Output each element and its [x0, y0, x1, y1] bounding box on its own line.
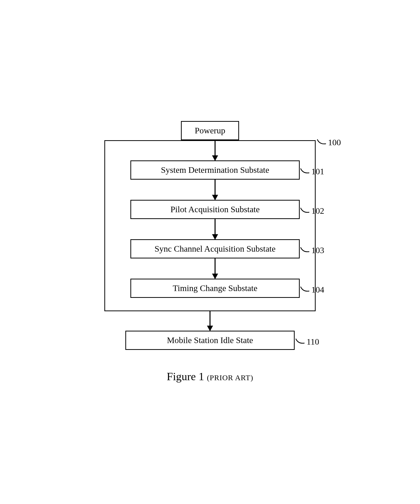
box-system-determination: System Determination Substate 101 — [130, 160, 300, 180]
label-110: 110 — [296, 337, 319, 346]
label-110-text: 110 — [307, 337, 319, 346]
label-104-text: 104 — [311, 285, 324, 294]
box-powerup: Powerup — [181, 121, 239, 140]
group-frame-100: System Determination Substate 101 Pilot … — [104, 140, 316, 311]
caption-note: (PRIOR ART) — [207, 373, 253, 382]
label-103: 103 — [300, 246, 324, 255]
arrow-5 — [209, 310, 211, 331]
box-idle-state: Mobile Station Idle State 110 — [125, 331, 295, 350]
box-timing-change-text: Timing Change Substate — [173, 283, 258, 293]
box-timing-change: Timing Change Substate 104 — [130, 279, 300, 298]
label-102-text: 102 — [311, 206, 324, 215]
flowchart: Powerup System Determination Substate 10… — [71, 121, 349, 350]
label-102: 102 — [300, 206, 324, 215]
group-wrapper: System Determination Substate 101 Pilot … — [104, 140, 316, 311]
box-powerup-text: Powerup — [195, 126, 225, 135]
flowchart-container: Powerup System Determination Substate 10… — [66, 111, 354, 393]
box-pilot-acquisition-text: Pilot Acquisition Substate — [170, 205, 260, 214]
label-100: 100 — [317, 138, 341, 147]
label-104: 104 — [300, 285, 324, 294]
box-system-determination-text: System Determination Substate — [161, 165, 269, 175]
label-101-text: 101 — [311, 167, 324, 176]
box-sync-channel-text: Sync Channel Acquisition Substate — [155, 244, 276, 253]
box-idle-state-text: Mobile Station Idle State — [167, 335, 253, 345]
label-103-text: 103 — [311, 246, 324, 255]
arrow-4 — [215, 258, 216, 279]
label-100-text: 100 — [328, 138, 341, 147]
arrow-2 — [215, 180, 216, 200]
box-pilot-acquisition: Pilot Acquisition Substate 102 — [130, 200, 300, 219]
arrow-1 — [215, 140, 216, 160]
arrow-3 — [215, 219, 216, 239]
label-101: 101 — [300, 167, 324, 176]
figure-caption: Figure 1 (PRIOR ART) — [71, 370, 349, 383]
box-sync-channel: Sync Channel Acquisition Substate 103 — [130, 239, 300, 258]
caption-main: Figure 1 — [167, 370, 204, 383]
